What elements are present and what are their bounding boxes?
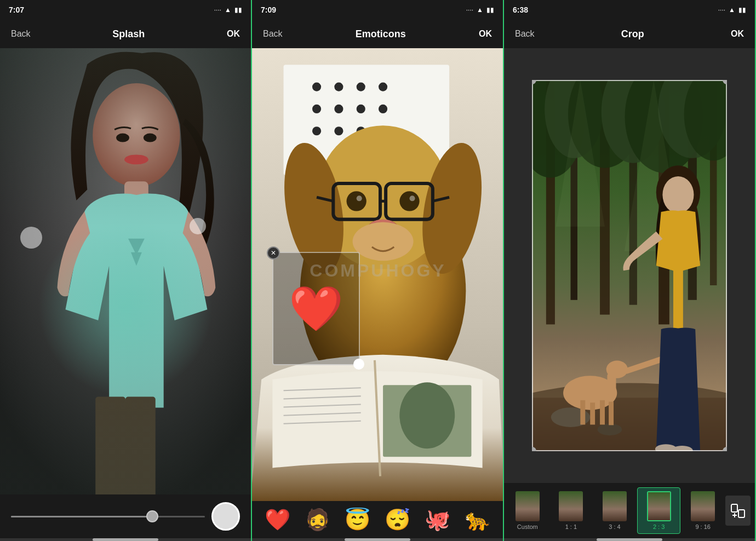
status-time-splash: 7:07 — [9, 5, 24, 14]
nav-bar-emoticons: Back Emoticons OK — [252, 20, 503, 48]
close-emoji-button[interactable]: ✕ — [267, 246, 280, 260]
svg-point-20 — [334, 105, 343, 113]
svg-point-79 — [663, 176, 694, 214]
emoji-halo[interactable]: 😇 — [345, 508, 370, 532]
resize-handle-emoji[interactable] — [353, 359, 364, 370]
battery-icon-emoticons: ▮▮ — [486, 6, 494, 14]
svg-point-38 — [357, 195, 362, 201]
ratio-label-custom: Custom — [517, 523, 538, 530]
svg-point-70 — [598, 423, 622, 435]
emoji-leopard[interactable]: 🐆 — [465, 508, 490, 532]
svg-point-39 — [409, 195, 415, 201]
signal-icon-splash: ···· — [214, 6, 221, 14]
heart-emoji: ❤️ — [289, 287, 343, 331]
svg-point-22 — [379, 105, 387, 113]
ratio-thumb-9-16 — [691, 491, 715, 521]
emoji-sleep[interactable]: 😴 — [385, 508, 410, 532]
status-icons-emoticons: ···· ▲ ▮▮ — [466, 6, 494, 14]
heart-emoji-overlay[interactable]: ✕ ❤️ — [272, 252, 360, 365]
svg-point-17 — [357, 83, 365, 91]
signal-icon-emoticons: ···· — [466, 6, 473, 14]
svg-rect-75 — [609, 401, 614, 425]
ratio-thumb-img-custom — [516, 491, 540, 521]
svg-point-23 — [312, 126, 321, 135]
ratio-9-16[interactable]: 9 : 16 — [681, 488, 724, 533]
forest-photo-svg — [532, 80, 726, 452]
emoji-heart[interactable]: ❤️ — [265, 508, 290, 532]
svg-point-18 — [379, 83, 387, 91]
svg-rect-73 — [591, 402, 595, 424]
bokeh-2 — [190, 218, 206, 234]
ratio-custom-size-button[interactable] — [725, 496, 751, 526]
image-area-splash: ✦✦ — [0, 48, 251, 494]
nav-title-crop: Crop — [621, 28, 644, 40]
wifi-icon-emoticons: ▲ — [477, 6, 483, 14]
signal-icon-crop: ···· — [718, 6, 725, 14]
emoji-beard[interactable]: 🧔 — [305, 508, 330, 532]
slider-thumb-small[interactable] — [146, 510, 158, 522]
home-dot-crop — [597, 538, 662, 541]
back-button-emoticons[interactable]: Back — [263, 29, 283, 39]
ratio-thumb-1-1 — [559, 491, 583, 521]
ok-button-splash[interactable]: OK — [227, 29, 240, 39]
back-button-crop[interactable]: Back — [515, 29, 535, 39]
home-indicator-emoticons — [252, 538, 503, 541]
status-bar-crop: 6:38 ···· ▲ ▮▮ — [504, 0, 755, 20]
ratio-label-3-4: 3 : 4 — [609, 523, 620, 530]
svg-point-42 — [353, 222, 414, 261]
wifi-icon-splash: ▲ — [225, 6, 231, 14]
crop-ratio-bar: Custom 1 : 1 3 : 4 2 : 3 9 : 16 — [504, 483, 755, 538]
ratio-thumb-2-3 — [647, 491, 671, 521]
slider-track-splash[interactable] — [11, 516, 205, 517]
panel-splash: 7:07 ···· ▲ ▮▮ Back Splash OK — [0, 0, 252, 541]
home-indicator-splash — [0, 538, 251, 541]
teal-splash — [38, 218, 214, 396]
ok-button-crop[interactable]: OK — [731, 29, 744, 39]
home-dot-emoticons — [345, 538, 410, 541]
ratio-thumb-img-3-4 — [603, 491, 627, 521]
custom-size-icon — [730, 503, 746, 519]
ratio-label-2-3: 2 : 3 — [653, 523, 665, 530]
svg-rect-74 — [600, 400, 605, 425]
battery-icon-crop: ▮▮ — [738, 6, 746, 14]
slider-thumb-large[interactable] — [211, 502, 240, 531]
ratio-label-1-1: 1 : 1 — [565, 523, 577, 530]
svg-point-21 — [357, 105, 365, 113]
photo-emoticons-wrap: ✕ ❤️ — [252, 48, 503, 501]
nav-bar-splash: Back Splash OK — [0, 20, 251, 48]
svg-point-49 — [399, 382, 455, 448]
slider-fill-splash — [11, 516, 157, 517]
battery-icon-splash: ▮▮ — [234, 6, 242, 14]
crop-frame[interactable] — [532, 80, 726, 452]
svg-rect-72 — [581, 400, 586, 425]
nav-title-emoticons: Emoticons — [356, 28, 406, 40]
status-icons-crop: ···· ▲ ▮▮ — [718, 6, 746, 14]
ratio-thumb-3-4 — [603, 491, 627, 521]
ratio-thumb-img-1-1 — [559, 491, 583, 521]
nav-bar-crop: Back Crop OK — [504, 20, 755, 48]
ratio-3-4[interactable]: 3 : 4 — [593, 488, 636, 533]
photo-splash: ✦✦ — [0, 48, 251, 494]
svg-point-16 — [334, 83, 343, 91]
emoji-octopus[interactable]: 🐙 — [425, 508, 450, 532]
back-button-splash[interactable]: Back — [11, 29, 31, 39]
ok-button-emoticons[interactable]: OK — [479, 29, 492, 39]
svg-point-15 — [312, 83, 321, 91]
status-bar-splash: 7:07 ···· ▲ ▮▮ — [0, 0, 251, 20]
svg-point-37 — [399, 191, 419, 211]
ratio-2-3[interactable]: 2 : 3 — [637, 487, 681, 534]
ratio-custom[interactable]: Custom — [506, 488, 549, 533]
status-icons-splash: ···· ▲ ▮▮ — [214, 6, 242, 14]
svg-point-24 — [334, 126, 343, 135]
nav-title-splash: Splash — [112, 28, 145, 40]
panel-crop: 6:38 ···· ▲ ▮▮ Back Crop OK — [504, 0, 756, 541]
svg-rect-83 — [738, 510, 744, 517]
ratio-thumb-custom — [516, 491, 540, 521]
slider-area-splash — [0, 494, 251, 538]
status-time-emoticons: 7:09 — [261, 5, 276, 14]
home-indicator-crop — [504, 538, 755, 541]
emoji-toolbar: ❤️ 🧔 😇 😴 🐙 🐆 — [252, 501, 503, 538]
wifi-icon-crop: ▲ — [729, 6, 735, 14]
image-area-crop — [504, 48, 755, 483]
ratio-1-1[interactable]: 1 : 1 — [550, 488, 593, 533]
